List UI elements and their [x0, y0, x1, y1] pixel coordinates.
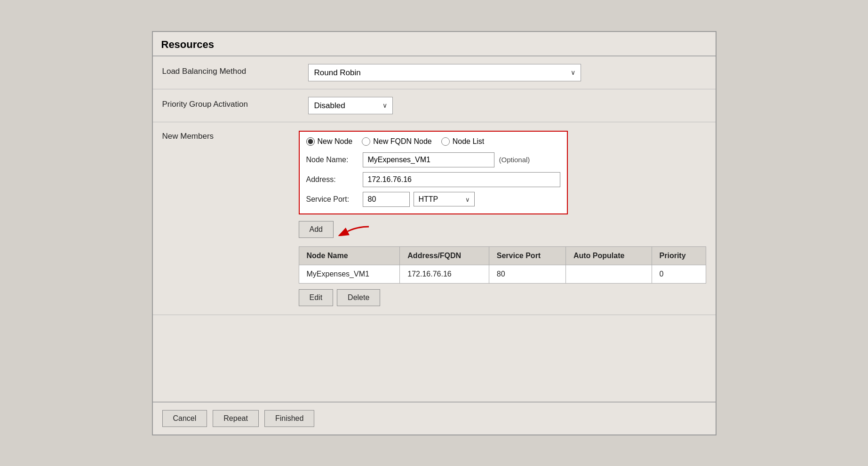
cancel-button[interactable]: Cancel [162, 410, 207, 427]
table-actions: Edit Delete [299, 289, 706, 306]
table-body: MyExpenses_VM1 172.16.76.16 80 0 [299, 265, 706, 283]
optional-text: (Optional) [499, 156, 530, 164]
radio-node-list-input[interactable] [441, 137, 450, 146]
radio-node-list[interactable]: Node List [441, 137, 485, 146]
load-balancing-select-wrapper: Round Robin Least Connections Fastest Ob… [308, 64, 581, 81]
service-port-select-wrapper: HTTP HTTPS FTP SSH SMTP [414, 192, 475, 206]
table-row: MyExpenses_VM1 172.16.76.16 80 0 [299, 265, 706, 283]
radio-node-list-label: Node List [453, 137, 485, 146]
radio-new-fqdn-node-input[interactable] [362, 137, 370, 146]
delete-button[interactable]: Delete [337, 289, 380, 306]
cell-node-name: MyExpenses_VM1 [299, 265, 400, 283]
repeat-button[interactable]: Repeat [213, 410, 259, 427]
node-name-label: Node Name: [306, 156, 363, 164]
service-port-label: Service Port: [306, 195, 363, 204]
page-title: Resources [153, 32, 716, 56]
cell-service-port: 80 [489, 265, 565, 283]
radio-new-node-input[interactable] [306, 137, 315, 146]
priority-group-select[interactable]: Disabled Enabled [308, 97, 393, 114]
priority-group-select-wrapper: Disabled Enabled [308, 97, 393, 114]
cell-priority: 0 [652, 265, 706, 283]
cell-address: 172.16.76.16 [400, 265, 489, 283]
arrow-icon [338, 223, 371, 236]
col-auto-populate: Auto Populate [565, 246, 652, 265]
add-row: Add [299, 221, 706, 238]
priority-group-row: Priority Group Activation Disabled Enabl… [153, 89, 716, 122]
service-port-input[interactable] [363, 192, 410, 207]
col-priority: Priority [652, 246, 706, 265]
address-label: Address: [306, 175, 363, 184]
service-port-select[interactable]: HTTP HTTPS FTP SSH SMTP [414, 192, 475, 206]
table-header-row: Node Name Address/FQDN Service Port Auto… [299, 246, 706, 265]
col-node-name: Node Name [299, 246, 400, 265]
radio-new-fqdn-node[interactable]: New FQDN Node [362, 137, 431, 146]
col-service-port: Service Port [489, 246, 565, 265]
edit-button[interactable]: Edit [299, 289, 334, 306]
radio-new-node-label: New Node [318, 137, 353, 146]
highlighted-box: New Node New FQDN Node Node List [299, 131, 568, 214]
new-members-row: New Members New Node New FQDN Node [153, 122, 716, 315]
priority-group-control: Disabled Enabled [299, 91, 716, 120]
node-name-input[interactable] [363, 152, 494, 167]
cell-auto-populate [565, 265, 652, 283]
radio-new-node[interactable]: New Node [306, 137, 353, 146]
arrow-annotation [338, 223, 371, 236]
priority-group-label: Priority Group Activation [153, 89, 299, 117]
node-name-row: Node Name: (Optional) [306, 152, 560, 167]
radio-group: New Node New FQDN Node Node List [306, 137, 560, 146]
footer: Cancel Repeat Finished [153, 402, 716, 434]
add-button[interactable]: Add [299, 221, 334, 238]
radio-new-fqdn-node-label: New FQDN Node [373, 137, 431, 146]
address-input[interactable] [363, 172, 560, 187]
port-row: HTTP HTTPS FTP SSH SMTP [363, 192, 475, 207]
main-window: Resources Load Balancing Method Round Ro… [152, 31, 717, 435]
members-table: Node Name Address/FQDN Service Port Auto… [299, 246, 706, 284]
service-port-row: Service Port: HTTP HTTPS FTP SSH SMTP [306, 192, 560, 207]
finished-button[interactable]: Finished [264, 410, 314, 427]
new-members-label: New Members [153, 122, 299, 150]
load-balancing-select[interactable]: Round Robin Least Connections Fastest Ob… [308, 64, 581, 81]
new-members-content: New Node New FQDN Node Node List [299, 122, 716, 315]
table-header: Node Name Address/FQDN Service Port Auto… [299, 246, 706, 265]
load-balancing-row: Load Balancing Method Round Robin Least … [153, 56, 716, 89]
load-balancing-label: Load Balancing Method [153, 56, 299, 84]
col-address-fqdn: Address/FQDN [400, 246, 489, 265]
load-balancing-control: Round Robin Least Connections Fastest Ob… [299, 58, 716, 87]
address-row: Address: [306, 172, 560, 187]
content-area: Load Balancing Method Round Robin Least … [153, 56, 716, 402]
